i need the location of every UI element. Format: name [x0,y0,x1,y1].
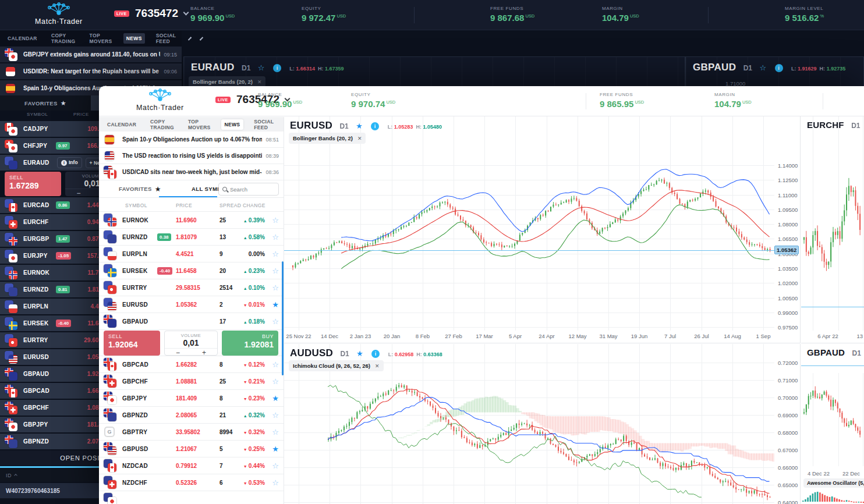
favorite-star[interactable]: ☆ [272,317,279,326]
close-icon[interactable]: ✕ [357,136,362,141]
aud-flag-icon [108,319,116,328]
favorite-star[interactable]: ☆ [272,462,279,470]
currency-flags-icon [5,402,19,414]
info-icon[interactable]: i [371,350,380,358]
eurusd-time-axis[interactable]: 25 Nov 2214 Dec2 Jan 2320 Jan8 Feb27 Feb… [284,331,774,342]
star-icon[interactable]: ☆ [759,63,766,72]
close-icon[interactable]: ✕ [375,363,380,369]
nzd-flag-icon [108,235,116,243]
symbol-name: EURUSD [23,354,54,360]
symbol-row-eurnok[interactable]: EURNOK11.696025▲0.39%☆ [99,212,284,229]
nav-tab-social-feed[interactable]: SOCIAL FEED [250,117,277,133]
indicator-chip[interactable]: Bollinger Bands (20, 2)✕ [289,133,366,144]
nav-tab-copy-trading[interactable]: COPY TRADING [147,117,178,133]
nav-tab-news[interactable]: NEWS [221,119,244,130]
favorite-star[interactable]: ☆ [272,428,279,436]
nav-tab-calendar[interactable]: CALENDAR [104,119,140,130]
nav-tab-top-movers[interactable]: TOP MOVERS [86,30,115,47]
info-icon[interactable]: i [775,64,783,72]
search-input[interactable]: Search [218,183,279,196]
eurusd-chart-canvas[interactable] [284,116,774,331]
sidebar-scrollbar[interactable] [282,261,284,375]
eurchf-time-axis[interactable]: 6 Apr 2213 M [801,331,864,342]
news-item[interactable]: USD/IDR: Next target for the Rupiah bear… [0,63,182,79]
symbol-row-eurnzd[interactable]: EURNZD0.381.8107913▲0.58%☆ [99,229,284,246]
symbol-spread: 6 [219,480,223,486]
nav-tab-calendar[interactable]: CALENDAR [5,33,40,44]
favorite-star[interactable]: ☆ [272,233,279,242]
awesome-oscillator-canvas[interactable] [801,491,864,504]
symbol-row-nzdjpy[interactable] [99,491,284,504]
gbpaud-time-axis[interactable]: 4 Dec 2222 Dec [801,468,864,480]
indicator-chip[interactable]: Awesome Oscillator (5, 34) [803,478,864,488]
brand-logo: Match·Trader [122,88,198,112]
volume-minus-button[interactable]: − [76,189,80,197]
symbol-row-gbpcad[interactable]: GBPCAD1.662828▼0.12%☆ [99,356,284,373]
symbol-row-gbpchf[interactable]: GBPCHF1.0888125▼0.21%☆ [99,373,284,390]
news-item[interactable]: GBP/JPY extends gains around 181.40, foc… [0,47,182,62]
star-icon[interactable]: ☆ [258,63,265,72]
sell-button[interactable]: SELL1.67289 [5,172,61,196]
news-headline: USD/CAD sits near two-week high, just be… [122,169,262,175]
symbol-row-gbptry[interactable]: GGBPTRY33.958028994▼0.32%☆ [99,424,284,441]
favorite-star[interactable]: ☆ [272,250,279,258]
volume-plus-button[interactable]: + [202,349,206,357]
favorite-star[interactable]: ☆ [272,283,279,292]
symbol-row-gbpusd[interactable]: GBPUSD1.210675▼0.25%★ [99,441,284,457]
eurchf-chart-canvas[interactable] [801,116,864,331]
favorite-star[interactable]: ☆ [272,267,279,275]
close-icon[interactable]: ✕ [257,79,262,85]
buy-button[interactable]: BUY1.92081 [222,331,278,356]
info-icon[interactable]: i [273,64,281,72]
price-tick-label: 1.12500 [778,177,798,183]
cad-flag-icon [108,463,116,472]
gbpaud-chart-canvas[interactable] [801,373,864,466]
info-icon: i [61,160,67,166]
favorite-star[interactable]: ☆ [272,216,279,225]
favorite-star[interactable]: ☆ [272,411,279,420]
symbol-price: 181.409 [176,395,197,402]
time-tick-label: 25 Nov 22 [286,333,311,339]
favorite-star[interactable]: ★ [272,300,279,309]
tab-favorites[interactable]: FAVORITES★ [0,95,91,111]
time-tick-label: 22 Dec [842,470,860,477]
volume-stepper[interactable]: VOLUME0,01−+ [164,331,218,356]
volume-minus-button[interactable]: − [176,349,180,357]
nav-tab-copy-trading[interactable]: COPY TRADING [48,30,79,47]
chevron-up-icon[interactable] [188,37,192,40]
profit-badge: -1.05 [56,252,71,260]
nav-tab-news[interactable]: NEWS [123,33,145,44]
sell-button[interactable]: SELL1.92064 [104,331,160,356]
star-filled-icon[interactable]: ★ [356,349,363,358]
symbol-row-gbpjpy[interactable]: GBPJPY181.4098▼0.23%★ [99,390,284,407]
symbol-row-eursek[interactable]: EURSEK-0.4011.645820▲0.23%☆ [99,262,284,279]
info-icon[interactable]: i [371,122,379,130]
symbol-row-nzdcad[interactable]: NZDCAD0.799127▼0.44%☆ [99,457,284,474]
news-item[interactable]: USD/CAD sits near two-week high, just be… [99,164,284,180]
audusd-price-axis[interactable]: 0.720000.710000.700000.690000.680000.670… [774,344,801,504]
favorite-star[interactable]: ★ [272,394,279,403]
favorite-star[interactable]: ☆ [272,478,279,487]
symbol-row-nzdchf[interactable]: NZDCHF0.523266▼0.53%☆ [99,474,284,491]
account-selector[interactable]: LIVE 7635472 [114,7,188,20]
news-item[interactable]: Spain 10-y Obligaciones Auction up to 4.… [99,132,284,148]
nav-tab-top-movers[interactable]: TOP MOVERS [185,117,214,133]
symbol-name: GBPAUD [122,318,155,325]
symbol-row-eurpln[interactable]: EURPLN4.452190.00%☆ [99,246,284,262]
symbol-row-gbpaud[interactable]: GBPAUDiInfo+ New Order17▲0.18%☆ [99,313,284,330]
eurusd-price-axis[interactable]: 1.140001.125001.110001.095001.080001.065… [774,116,801,331]
favorite-star[interactable]: ★ [272,445,279,453]
favorite-star[interactable]: ☆ [272,360,279,369]
favorite-star[interactable]: ☆ [272,377,279,386]
symbol-row-eurusd[interactable]: EURUSD1.053622▼0.01%★ [99,296,284,313]
nav-tab-social-feed[interactable]: SOCIAL FEED [153,30,179,47]
news-item[interactable]: The USD reaction to rising US yields is … [99,148,284,164]
symbol-name: EURNOK [23,269,54,276]
symbol-row-eurtry[interactable]: EURTRY29.583152514▲0.10%☆ [99,279,284,296]
star-filled-icon[interactable]: ★ [356,122,363,130]
symbol-row-gbpnzd[interactable]: GBPNZD2.0806521▲0.32%☆ [99,407,284,424]
chevron-down-icon[interactable] [200,37,203,40]
info-button[interactable]: iInfo [57,157,82,168]
tab-favorites[interactable]: FAVORITES★ [119,185,161,193]
indicator-chip[interactable]: Ichimoku Cloud (9, 26, 52, 26)✕ [289,360,384,371]
